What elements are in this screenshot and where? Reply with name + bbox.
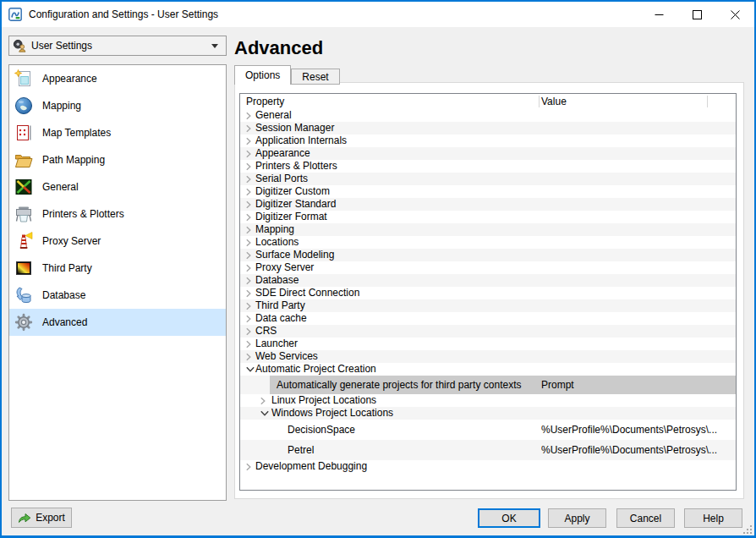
chevron-collapsed-icon[interactable] xyxy=(246,264,251,272)
property-name: Printers & Plotters xyxy=(255,160,337,173)
table-row[interactable]: Printers & Plotters xyxy=(240,160,736,173)
column-header-property[interactable]: Property xyxy=(246,94,284,109)
table-row[interactable]: Mapping xyxy=(240,223,736,236)
property-name: Proxy Server xyxy=(255,261,314,274)
chevron-collapsed-icon[interactable] xyxy=(246,340,251,348)
table-row[interactable]: Digitizer Custom xyxy=(240,185,736,198)
sidebar-item-path-mapping[interactable]: Path Mapping xyxy=(9,146,226,173)
close-icon xyxy=(731,10,740,19)
table-row[interactable]: Database xyxy=(240,274,736,287)
app-window: Configuration and Settings - User Settin… xyxy=(0,0,756,538)
chevron-collapsed-icon[interactable] xyxy=(246,239,251,246)
table-row[interactable]: Windows Project Locations xyxy=(240,407,736,420)
property-name: General xyxy=(255,109,292,122)
chevron-expanded-icon[interactable] xyxy=(246,366,255,372)
table-row[interactable]: Digitizer Format xyxy=(240,211,736,223)
header-separator[interactable] xyxy=(539,96,540,107)
table-row[interactable]: Surface Modeling xyxy=(240,249,736,261)
chevron-collapsed-icon[interactable] xyxy=(260,397,266,404)
table-row[interactable]: Automatic Project Creation xyxy=(240,363,736,376)
table-row[interactable]: Locations xyxy=(240,236,736,249)
property-name: Launcher xyxy=(255,338,298,350)
minimize-button[interactable] xyxy=(640,2,678,27)
resize-grip[interactable] xyxy=(742,524,752,534)
table-row[interactable]: Proxy Server xyxy=(240,261,736,274)
settings-category-list: AppearanceMappingMap TemplatesPath Mappi… xyxy=(8,64,227,501)
chevron-collapsed-icon[interactable] xyxy=(246,327,251,335)
table-row[interactable]: Automatically generate projects for thir… xyxy=(240,376,736,394)
app-icon xyxy=(8,8,22,21)
property-name: Automatically generate projects for thir… xyxy=(277,376,521,394)
sidebar-item-database[interactable]: Database xyxy=(9,282,226,309)
ok-button[interactable]: OK xyxy=(478,508,540,528)
table-row[interactable]: Web Services xyxy=(240,350,736,363)
property-name: Database xyxy=(255,274,299,287)
chevron-collapsed-icon[interactable] xyxy=(246,277,251,284)
property-name: Surface Modeling xyxy=(255,249,334,261)
chevron-collapsed-icon[interactable] xyxy=(246,226,251,233)
table-row[interactable]: Petrel%UserProfile%\Documents\Petrosys\.… xyxy=(240,440,736,460)
chevron-collapsed-icon[interactable] xyxy=(246,315,251,322)
sidebar-item-printers-plotters[interactable]: Printers & Plotters xyxy=(9,200,226,228)
table-row[interactable]: DecisionSpace%UserProfile%\Documents\Pet… xyxy=(240,420,736,440)
cancel-button[interactable]: Cancel xyxy=(616,508,675,528)
table-row[interactable]: Serial Ports xyxy=(240,173,736,185)
property-name: Digitizer Custom xyxy=(255,185,330,198)
maximize-button[interactable] xyxy=(678,2,716,27)
sidebar-item-mapping[interactable]: Mapping xyxy=(9,92,226,119)
sidebar-item-advanced[interactable]: Advanced xyxy=(9,309,226,336)
chevron-collapsed-icon[interactable] xyxy=(246,353,251,360)
property-name: Linux Project Locations xyxy=(271,394,376,407)
chevron-collapsed-icon[interactable] xyxy=(246,175,251,183)
export-button[interactable]: Export xyxy=(11,508,72,528)
apply-button[interactable]: Apply xyxy=(548,508,606,528)
sidebar-item-proxy-server[interactable]: Proxy Server xyxy=(9,228,226,255)
help-button[interactable]: Help xyxy=(684,508,742,528)
tab-reset[interactable]: Reset xyxy=(291,69,339,85)
chevron-collapsed-icon[interactable] xyxy=(246,112,251,119)
sidebar-item-map-templates[interactable]: Map Templates xyxy=(9,119,226,146)
table-row[interactable]: Linux Project Locations xyxy=(240,394,736,407)
sidebar-item-label: General xyxy=(42,181,79,193)
advanced-icon xyxy=(14,312,34,332)
chevron-collapsed-icon[interactable] xyxy=(246,251,251,259)
dropdown-value: User Settings xyxy=(31,40,92,52)
chevron-collapsed-icon[interactable] xyxy=(246,150,251,157)
table-row[interactable]: CRS xyxy=(240,325,736,338)
chevron-collapsed-icon[interactable] xyxy=(246,162,251,170)
maximize-icon xyxy=(693,10,702,19)
property-value: Prompt xyxy=(541,376,731,394)
chevron-collapsed-icon[interactable] xyxy=(246,200,251,208)
table-row[interactable]: SDE Direct Connection xyxy=(240,287,736,299)
property-name: Development Debugging xyxy=(255,460,367,473)
chevron-collapsed-icon[interactable] xyxy=(246,302,251,310)
sidebar-item-third-party[interactable]: Third Party xyxy=(9,255,226,282)
tab-options[interactable]: Options xyxy=(234,65,291,85)
table-row[interactable]: Session Manager xyxy=(240,122,736,134)
table-row[interactable]: Data cache xyxy=(240,312,736,325)
table-row[interactable]: Development Debugging xyxy=(240,460,736,473)
close-button[interactable] xyxy=(716,2,754,27)
sidebar-item-appearance[interactable]: Appearance xyxy=(9,65,226,92)
table-row[interactable]: Third Party xyxy=(240,299,736,312)
property-name: DecisionSpace xyxy=(288,420,355,440)
table-row[interactable]: Launcher xyxy=(240,338,736,350)
sidebar-item-general[interactable]: General xyxy=(9,173,226,200)
table-row[interactable]: Appearance xyxy=(240,147,736,160)
settings-scope-dropdown[interactable]: User Settings xyxy=(8,36,227,56)
table-row[interactable]: Digitizer Standard xyxy=(240,198,736,211)
chevron-collapsed-icon[interactable] xyxy=(246,213,251,221)
chevron-collapsed-icon[interactable] xyxy=(246,124,251,132)
chevron-collapsed-icon[interactable] xyxy=(246,289,251,297)
chevron-expanded-icon[interactable] xyxy=(260,410,269,416)
appearance-icon xyxy=(14,69,34,89)
table-row[interactable]: Application Internals xyxy=(240,134,736,147)
chevron-collapsed-icon[interactable] xyxy=(246,137,251,145)
chevron-collapsed-icon[interactable] xyxy=(246,188,251,195)
chevron-collapsed-icon[interactable] xyxy=(246,463,251,470)
column-header-value[interactable]: Value xyxy=(541,94,567,109)
header-separator[interactable] xyxy=(707,96,708,107)
chevron-down-icon xyxy=(211,44,218,48)
table-row[interactable]: General xyxy=(240,109,736,122)
sidebar-item-label: Database xyxy=(42,289,85,301)
